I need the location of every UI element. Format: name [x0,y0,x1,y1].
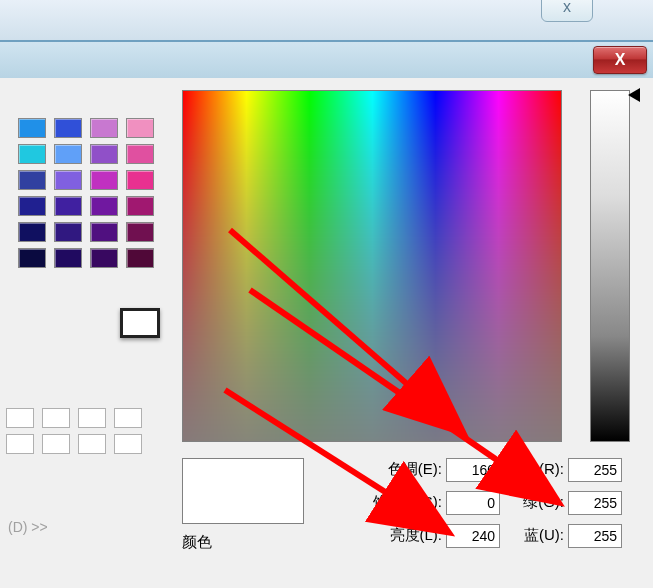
gradient-canvas [183,91,561,441]
lum-label: 亮度(L): [358,526,442,545]
color-swatch[interactable] [54,170,82,190]
hue-sat-picker[interactable]: + [182,90,562,442]
color-swatch[interactable] [90,144,118,164]
color-swatch[interactable] [126,222,154,242]
numeric-fields: 色调(E): 红(R): 饱和度(S): 绿(G): 亮度(L): 蓝(U): [358,456,622,555]
color-dialog: X (D) >> + 颜色 色调(E): 红(R): [0,40,653,588]
green-input[interactable] [568,491,622,515]
custom-color-swatch[interactable] [6,434,34,454]
row-sat-green: 饱和度(S): 绿(G): [358,489,622,516]
dialog-close-button[interactable]: X [593,46,647,74]
color-swatch[interactable] [90,118,118,138]
red-input[interactable] [568,458,622,482]
color-swatch[interactable] [90,222,118,242]
custom-color-swatch[interactable] [78,434,106,454]
color-swatch[interactable] [18,144,46,164]
sat-label: 饱和度(S): [358,493,442,512]
row-hue-red: 色调(E): 红(R): [358,456,622,483]
selected-swatch[interactable] [120,308,160,338]
luminosity-slider[interactable] [590,90,630,442]
custom-color-swatch[interactable] [42,434,70,454]
color-swatch[interactable] [18,170,46,190]
color-preview [182,458,304,524]
color-swatch[interactable] [18,118,46,138]
color-swatch[interactable] [54,196,82,216]
color-swatch[interactable] [126,144,154,164]
color-swatch[interactable] [90,170,118,190]
color-section-label: 颜色 [182,533,212,552]
color-swatch[interactable] [54,144,82,164]
luminosity-arrow-icon [628,88,640,102]
color-swatch[interactable] [90,248,118,268]
row-lum-blue: 亮度(L): 蓝(U): [358,522,622,549]
close-icon: X [615,51,626,69]
hue-input[interactable] [446,458,500,482]
color-swatch[interactable] [54,222,82,242]
color-swatch[interactable] [18,222,46,242]
blue-label: 蓝(U): [512,526,564,545]
red-label: 红(R): [512,460,564,479]
color-swatch[interactable] [54,118,82,138]
hue-label: 色调(E): [358,460,442,479]
define-custom-colors-button[interactable]: (D) >> [0,515,56,539]
custom-color-swatch[interactable] [78,408,106,428]
outer-close-button[interactable]: x [541,0,593,22]
basic-colors-grid [18,118,154,268]
sat-input[interactable] [446,491,500,515]
lum-input[interactable] [446,524,500,548]
custom-colors-grid [6,408,142,454]
blue-input[interactable] [568,524,622,548]
outer-titlebar: x [0,0,653,41]
custom-color-swatch[interactable] [114,434,142,454]
color-swatch[interactable] [18,248,46,268]
color-swatch[interactable] [126,170,154,190]
color-swatch[interactable] [126,196,154,216]
color-swatch[interactable] [90,196,118,216]
dialog-titlebar[interactable]: X [0,42,653,79]
color-swatch[interactable] [18,196,46,216]
color-swatch[interactable] [126,248,154,268]
custom-color-swatch[interactable] [6,408,34,428]
color-swatch[interactable] [126,118,154,138]
green-label: 绿(G): [512,493,564,512]
dialog-body: (D) >> + 颜色 色调(E): 红(R): 饱和度(S): 绿(G): [0,78,653,588]
color-swatch[interactable] [54,248,82,268]
close-icon: x [563,0,571,16]
custom-color-swatch[interactable] [42,408,70,428]
custom-color-swatch[interactable] [114,408,142,428]
